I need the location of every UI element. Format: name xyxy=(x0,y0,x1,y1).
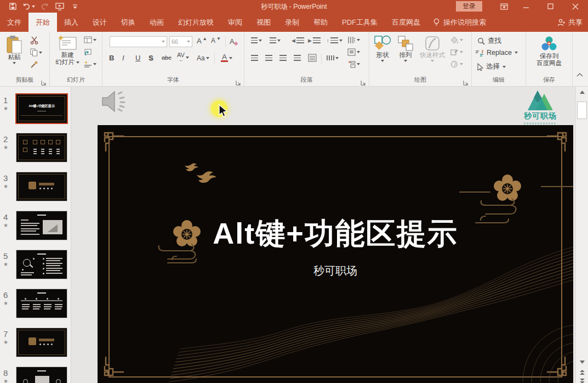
slide-title[interactable]: Alt键+功能区提示 xyxy=(98,214,573,254)
reset-slide-button[interactable] xyxy=(84,48,92,56)
vertical-scrollbar[interactable] xyxy=(575,87,588,383)
tab-slideshow[interactable]: 幻灯片放映 xyxy=(171,13,221,32)
decrease-font-size-button[interactable]: A▼ xyxy=(211,37,221,44)
decrease-indent-button[interactable]: ◀ xyxy=(292,37,304,43)
editing-canvas[interactable]: Alt键+功能区提示 秒可职场 秒可职场 xyxy=(72,87,575,383)
shape-outline-button[interactable] xyxy=(450,48,463,56)
align-left-button[interactable] xyxy=(251,55,258,61)
thumbnail-item-1[interactable]: 1 ★ Alt键+功能区提示 xyxy=(0,94,71,131)
paragraph-dialog-launcher[interactable] xyxy=(361,78,367,84)
scrollbar-thumb[interactable] xyxy=(577,102,587,119)
scroll-up-button[interactable] xyxy=(576,88,588,97)
slide-thumbnail[interactable] xyxy=(16,250,67,279)
thumbnail-item-8[interactable]: 8 ★ xyxy=(0,367,71,383)
bullets-button[interactable] xyxy=(251,37,262,43)
format-painter-button[interactable] xyxy=(30,60,38,69)
clear-formatting-button[interactable]: A◆ xyxy=(230,37,238,46)
clipboard-dialog-launcher[interactable] xyxy=(41,78,47,84)
quick-styles-button[interactable]: 快速样式 xyxy=(418,35,447,62)
shapes-icon xyxy=(374,35,391,52)
change-case-button[interactable]: Aa xyxy=(197,54,209,62)
maximize-button[interactable] xyxy=(541,0,560,13)
scroll-down-button[interactable] xyxy=(576,358,588,367)
text-shadow-button[interactable]: S xyxy=(149,54,158,62)
justify-button[interactable] xyxy=(294,55,301,61)
slide-editing-area[interactable]: Alt键+功能区提示 秒可职场 xyxy=(98,125,573,383)
thumbnail-item-4[interactable]: 4 ★ xyxy=(0,211,71,247)
thumbnail-item-3[interactable]: 3 ★ xyxy=(0,172,71,209)
tab-home[interactable]: 开始 xyxy=(28,13,57,32)
font-name-combo[interactable] xyxy=(110,36,167,47)
font-size-combo[interactable]: 66 xyxy=(169,36,192,47)
tab-view[interactable]: 视图 xyxy=(249,13,278,32)
arrange-button[interactable]: 排列 xyxy=(396,35,415,62)
slide-thumbnail[interactable] xyxy=(16,328,67,357)
sign-in-button[interactable]: 登录 xyxy=(456,1,482,12)
copy-button[interactable] xyxy=(30,48,42,57)
bold-button[interactable]: B xyxy=(109,54,119,62)
save-to-baidu-button[interactable]: 保存到 百度网盘 xyxy=(533,35,566,67)
character-spacing-button[interactable]: AV↔ xyxy=(177,53,189,63)
increase-indent-button[interactable]: ▶ xyxy=(308,37,321,43)
tab-help[interactable]: 帮助 xyxy=(306,13,335,32)
align-text-button[interactable] xyxy=(347,48,360,56)
drawing-group-label: 绘图 xyxy=(369,76,471,84)
new-slide-button[interactable]: 新建 幻灯片 xyxy=(55,35,79,66)
align-right-button[interactable] xyxy=(279,55,287,61)
increase-font-size-button[interactable]: A▲ xyxy=(197,37,207,45)
collapse-ribbon-button[interactable] xyxy=(576,72,583,77)
tell-me-search[interactable]: 操作说明搜索 xyxy=(433,13,486,32)
slide-thumbnail[interactable]: Alt键+功能区提示 xyxy=(16,94,67,123)
tab-baidu-netdisk[interactable]: 百度网盘 xyxy=(385,13,427,32)
shapes-button[interactable]: 形状 xyxy=(373,35,392,62)
slide-thumbnail[interactable] xyxy=(16,172,67,201)
underline-button[interactable]: U xyxy=(135,54,145,62)
tab-review[interactable]: 审阅 xyxy=(221,13,249,32)
tab-file[interactable]: 文件 xyxy=(0,13,28,32)
distribute-button[interactable] xyxy=(308,54,317,62)
find-button[interactable]: 查找 xyxy=(477,36,501,46)
share-button[interactable]: 共享 xyxy=(557,13,583,32)
italic-button[interactable]: I xyxy=(122,54,132,62)
slide-thumbnail[interactable] xyxy=(16,211,67,240)
minimize-button[interactable] xyxy=(517,0,535,13)
columns-button[interactable] xyxy=(327,55,339,61)
close-button[interactable] xyxy=(566,0,585,13)
strikethrough-button[interactable]: abc xyxy=(162,54,172,61)
font-dialog-launcher[interactable] xyxy=(236,78,242,84)
thumbnail-item-5[interactable]: 5 ★ xyxy=(0,250,71,286)
ribbon-display-options-button[interactable] xyxy=(495,0,513,13)
shape-fill-button[interactable] xyxy=(450,36,463,44)
slide-thumbnail[interactable] xyxy=(16,367,67,383)
tab-insert[interactable]: 插入 xyxy=(57,13,85,32)
thumbnail-item-7[interactable]: 7 ★ xyxy=(0,328,71,364)
slide-layout-button[interactable] xyxy=(84,36,96,43)
align-center-button[interactable] xyxy=(265,55,272,61)
convert-smartart-button[interactable] xyxy=(347,60,360,68)
numbering-button[interactable] xyxy=(270,37,281,43)
tab-record[interactable]: 录制 xyxy=(278,13,306,32)
paste-button[interactable]: 粘贴 xyxy=(4,35,24,64)
line-spacing-button[interactable]: ↕ xyxy=(327,37,342,43)
slide-thumbnail[interactable] xyxy=(16,289,67,318)
tab-pdf-tools[interactable]: PDF工具集 xyxy=(335,13,385,32)
tab-transitions[interactable]: 切换 xyxy=(114,13,142,32)
thumbnail-item-2[interactable]: 2 ★ xyxy=(0,133,71,170)
text-direction-button[interactable] xyxy=(347,36,360,44)
section-button[interactable] xyxy=(84,60,96,67)
audio-speaker-icon[interactable] xyxy=(100,89,129,116)
next-slide-button[interactable] xyxy=(576,376,588,383)
slide-thumbnail[interactable] xyxy=(16,133,67,162)
shape-effects-button[interactable] xyxy=(450,60,463,68)
slide-subtitle[interactable]: 秒可职场 xyxy=(98,263,573,278)
replace-button[interactable]: Replace xyxy=(475,49,518,57)
font-color-button[interactable]: A xyxy=(221,54,232,62)
previous-slide-button[interactable] xyxy=(576,368,588,376)
tab-design[interactable]: 设计 xyxy=(85,13,114,32)
drawing-dialog-launcher[interactable] xyxy=(463,78,469,84)
cut-button[interactable] xyxy=(30,36,38,44)
thumbnail-item-6[interactable]: 6 ★ xyxy=(0,289,71,325)
thumb-title: Alt键+功能区提示 xyxy=(16,104,67,109)
select-button[interactable]: 选择 xyxy=(477,62,506,71)
tab-animations[interactable]: 动画 xyxy=(142,13,171,32)
